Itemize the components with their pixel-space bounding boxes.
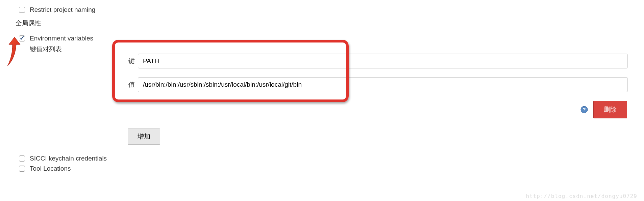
env-variables-label: Environment variables xyxy=(30,35,93,42)
key-label: 键 xyxy=(114,57,138,65)
value-input[interactable] xyxy=(138,77,628,92)
key-input[interactable] xyxy=(138,54,628,68)
kv-list-label: 键值对列表 xyxy=(19,45,114,54)
tool-locations-option[interactable]: Tool Locations xyxy=(19,165,71,172)
arrow-annotation-icon xyxy=(3,36,21,67)
tool-locations-checkbox[interactable] xyxy=(19,166,25,172)
restrict-naming-option[interactable]: Restrict project naming xyxy=(19,6,95,13)
svg-text:?: ? xyxy=(583,107,586,112)
value-label: 值 xyxy=(114,80,138,89)
global-properties-header: 全局属性 xyxy=(0,16,637,30)
sicci-checkbox[interactable] xyxy=(19,155,25,162)
env-variables-option[interactable]: Environment variables xyxy=(19,35,93,42)
env-variables-checkbox[interactable] xyxy=(19,35,25,41)
delete-button[interactable]: 删除 xyxy=(593,101,627,118)
help-icon[interactable]: ? xyxy=(580,106,588,113)
restrict-naming-checkbox[interactable] xyxy=(19,7,25,13)
restrict-naming-label: Restrict project naming xyxy=(30,6,95,13)
sicci-label: SICCI keychain credentials xyxy=(30,155,107,162)
tool-locations-label: Tool Locations xyxy=(30,165,71,172)
sicci-option[interactable]: SICCI keychain credentials xyxy=(19,155,107,162)
add-button[interactable]: 增加 xyxy=(128,128,160,145)
watermark-text: http://blog.csdn.net/dongyu0729 xyxy=(526,193,637,199)
